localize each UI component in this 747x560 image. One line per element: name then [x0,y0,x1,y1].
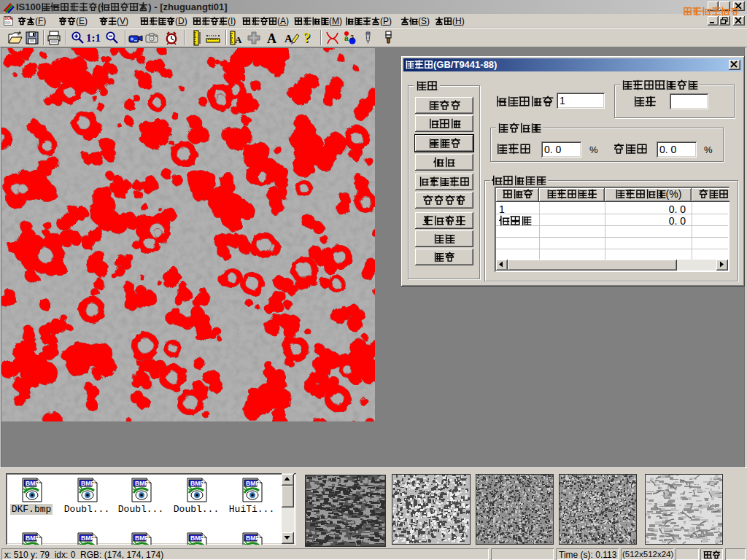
svg-text:DOC: DOC [5,16,14,20]
svg-text:BMP: BMP [246,534,260,542]
svg-text:BMP: BMP [190,480,204,487]
svg-text:A: A [285,33,293,44]
svg-text:A: A [267,31,276,46]
svg-text:BMP: BMP [81,480,95,487]
svg-text:BMP: BMP [190,534,204,542]
svg-text:BMP: BMP [135,534,149,542]
svg-text:BMP: BMP [26,480,39,487]
svg-text:?: ? [303,30,311,45]
svg-text:BMP: BMP [135,480,149,487]
svg-text:BMP: BMP [246,480,260,487]
svg-text:3: 3 [350,34,354,41]
svg-text:A: A [235,34,242,45]
svg-text:BMP: BMP [26,534,39,542]
svg-text:a: a [344,34,349,42]
svg-text:BMP: BMP [81,534,95,542]
svg-text:1:1: 1:1 [86,32,101,44]
